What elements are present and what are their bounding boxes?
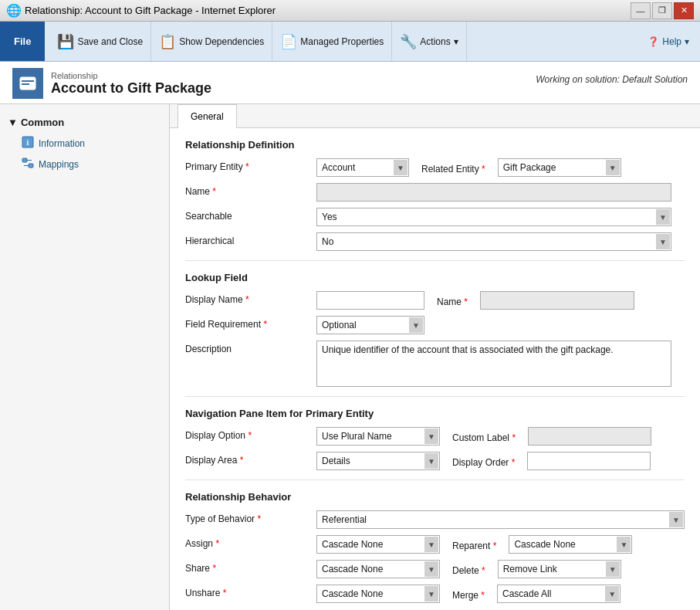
share-select[interactable]: Cascade None Cascade All xyxy=(316,560,440,578)
display-option-row: Display Option * Use Plural Name Use Cus… xyxy=(185,427,685,446)
hierarchical-label: Hierarchical xyxy=(185,232,309,246)
display-area-select-wrapper: Details Marketing Sales Service ▼ xyxy=(316,452,440,470)
name-label: Name * xyxy=(185,183,309,197)
custom-label-label: Custom Label * xyxy=(452,429,516,443)
searchable-row: Searchable Yes No ▼ xyxy=(185,208,685,226)
section-relationship-behavior: Relationship Behavior xyxy=(185,491,685,503)
window-controls: — ❐ ✕ xyxy=(631,2,694,19)
help-button[interactable]: ❓ Help ▾ xyxy=(637,22,700,61)
managed-properties-button[interactable]: 📄 Managed Properties xyxy=(272,22,392,61)
primary-entity-select-wrapper: Account ▼ xyxy=(316,158,409,177)
unshare-label: Unshare * xyxy=(185,585,309,598)
display-order-input[interactable]: 10,000 xyxy=(527,452,651,470)
display-option-label: Display Option * xyxy=(185,427,309,441)
restore-button[interactable]: ❐ xyxy=(652,2,672,19)
reparent-select-wrapper: Cascade None Cascade All ▼ xyxy=(509,535,632,554)
name-input[interactable]: new_account_new_giftpackage xyxy=(316,183,671,202)
delete-select[interactable]: Remove Link Cascade None Cascade All xyxy=(498,560,621,578)
sidebar-common-section[interactable]: ▼ Common xyxy=(0,112,169,133)
display-area-label: Display Area * xyxy=(185,452,309,466)
help-dropdown-icon: ▾ xyxy=(685,36,689,47)
section-lookup-field: Lookup Field xyxy=(185,272,685,283)
save-and-close-button[interactable]: 💾 Save and Close xyxy=(49,22,151,61)
show-dependencies-label: Show Dependencies xyxy=(179,36,264,47)
title-bar-text: Relationship: Account to Gift Package - … xyxy=(25,5,276,16)
actions-icon: 🔧 xyxy=(400,33,417,50)
type-of-behavior-select[interactable]: Referential Parental Configurable Cascad… xyxy=(316,510,685,529)
reparent-select[interactable]: Cascade None Cascade All xyxy=(509,535,632,554)
header-title: Account to Gift Package xyxy=(51,80,211,97)
field-requirement-select[interactable]: Optional Required Recommended xyxy=(316,316,424,334)
searchable-select[interactable]: Yes No xyxy=(316,208,671,226)
ribbon-actions: 💾 Save and Close 📋 Show Dependencies 📄 M… xyxy=(45,22,471,61)
close-button[interactable]: ✕ xyxy=(674,2,694,19)
display-area-row: Display Area * Details Marketing Sales S… xyxy=(185,452,685,470)
delete-select-wrapper: Remove Link Cascade None Cascade All ▼ xyxy=(498,560,621,578)
section-nav-pane: Navigation Pane Item for Primary Entity xyxy=(185,408,685,419)
share-delete-row: Share * Cascade None Cascade All ▼ Delet… xyxy=(185,560,685,578)
hierarchical-row: Hierarchical No Yes ▼ xyxy=(185,232,685,251)
hierarchical-select-wrapper: No Yes ▼ xyxy=(316,232,671,251)
primary-related-entity-row: Primary Entity * Account ▼ Related Entit… xyxy=(185,158,685,177)
primary-entity-label: Primary Entity * xyxy=(185,158,309,172)
related-entity-label: Related Entity * xyxy=(421,161,485,175)
related-entity-select[interactable]: Gift Package xyxy=(498,158,621,177)
display-option-select[interactable]: Use Plural Name Use Custom Label Do Not … xyxy=(316,427,440,446)
svg-rect-2 xyxy=(22,83,29,85)
props-icon: 📄 xyxy=(280,33,297,50)
type-of-behavior-label: Type of Behavior * xyxy=(185,510,309,524)
information-icon: i xyxy=(22,136,34,151)
chevron-down-icon: ▼ xyxy=(8,117,18,128)
app-body: Relationship Account to Gift Package Wor… xyxy=(0,62,700,610)
lookup-name-input[interactable]: new_accountid xyxy=(480,291,634,310)
assign-select[interactable]: Cascade None Cascade All Cascade Active xyxy=(316,535,440,554)
minimize-button[interactable]: — xyxy=(631,2,651,19)
sidebar: ▼ Common i Information xyxy=(0,104,170,610)
main-area: ▼ Common i Information xyxy=(0,104,700,610)
unshare-select-wrapper: Cascade None Cascade All ▼ xyxy=(316,585,440,603)
actions-button[interactable]: 🔧 Actions ▾ xyxy=(392,22,466,61)
sidebar-item-mappings-label: Mappings xyxy=(39,159,79,170)
unshare-select[interactable]: Cascade None Cascade All xyxy=(316,585,440,603)
custom-label-input[interactable] xyxy=(528,427,651,446)
entity-icon xyxy=(12,68,43,99)
section-relationship-def: Relationship Definition xyxy=(185,139,685,151)
reparent-label: Reparent * xyxy=(452,537,496,551)
assign-label: Assign * xyxy=(185,535,309,549)
header-subtitle: Relationship xyxy=(51,71,211,80)
merge-label: Merge * xyxy=(452,587,485,601)
field-requirement-label: Field Requirement * xyxy=(185,316,309,330)
merge-select[interactable]: Cascade All Cascade None xyxy=(497,585,621,603)
save-and-close-label: Save and Close xyxy=(77,36,143,47)
display-order-label: Display Order * xyxy=(452,454,515,468)
lookup-display-name-input[interactable]: Account xyxy=(316,291,424,310)
actions-label: Actions xyxy=(420,36,450,47)
divider-1 xyxy=(185,260,685,261)
display-area-select[interactable]: Details Marketing Sales Service xyxy=(316,452,440,470)
sidebar-item-information[interactable]: i Information xyxy=(0,133,169,154)
sidebar-section-label: Common xyxy=(21,117,64,128)
assign-reparent-row: Assign * Cascade None Cascade All Cascad… xyxy=(185,535,685,554)
sidebar-item-information-label: Information xyxy=(39,138,85,149)
divider-3 xyxy=(185,480,685,480)
delete-label: Delete * xyxy=(452,562,485,576)
field-requirement-select-wrapper: Optional Required Recommended ▼ xyxy=(316,316,424,334)
lookup-name-label: Name * xyxy=(437,293,468,307)
show-dependencies-button[interactable]: 📋 Show Dependencies xyxy=(151,22,272,61)
assign-select-wrapper: Cascade None Cascade All Cascade Active … xyxy=(316,535,440,554)
tab-general[interactable]: General xyxy=(178,104,237,128)
file-button[interactable]: File xyxy=(0,22,45,61)
help-label: Help xyxy=(662,36,681,47)
solution-info: Working on solution: Default Solution xyxy=(536,68,688,85)
description-label: Description xyxy=(185,341,309,354)
primary-entity-select[interactable]: Account xyxy=(316,158,409,177)
field-requirement-row: Field Requirement * Optional Required Re… xyxy=(185,316,685,334)
sidebar-item-mappings[interactable]: Mappings xyxy=(0,154,169,175)
form-area: Relationship Definition Primary Entity *… xyxy=(170,128,700,610)
tab-bar: General xyxy=(170,104,700,128)
actions-dropdown-icon: ▾ xyxy=(454,36,458,47)
description-textarea[interactable]: Unique identifier of the account that is… xyxy=(316,341,671,387)
unshare-merge-row: Unshare * Cascade None Cascade All ▼ Mer… xyxy=(185,585,685,603)
hierarchical-select[interactable]: No Yes xyxy=(316,232,671,251)
lookup-display-name-label: Display Name * xyxy=(185,291,309,305)
